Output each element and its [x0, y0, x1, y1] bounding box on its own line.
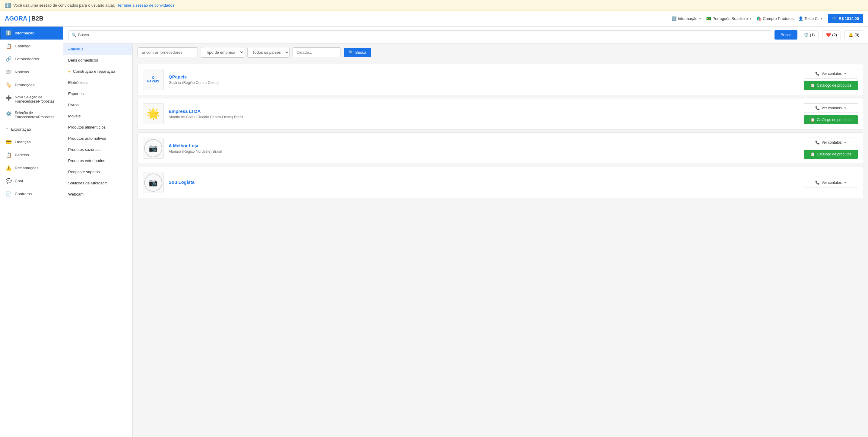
- supplier-search-input[interactable]: [137, 48, 198, 57]
- sidebar-item-pedidos[interactable]: 📋 Pedidos: [0, 148, 63, 162]
- sidebar-item-reclamacoes[interactable]: ⚠️ Reclamações: [0, 162, 63, 174]
- sidebar-item-promocoes[interactable]: 🏷️ Promoções: [0, 79, 63, 91]
- category-label: Soluções de Microsoft: [68, 181, 107, 185]
- category-webcam[interactable]: Webcam: [63, 188, 132, 200]
- sidebar-item-financas[interactable]: 💳 Finanças: [0, 136, 63, 148]
- supplier-card: QPAPÉIS QPapeis Goiânia (Região Centro-O…: [137, 64, 863, 95]
- category-solucoes-microsoft[interactable]: Soluções de Microsoft: [63, 177, 132, 188]
- category-label: Produtos veterinários: [68, 158, 105, 163]
- category-eletronicos[interactable]: Eletrônicos: [63, 77, 132, 88]
- promo-icon: 🏷️: [6, 82, 12, 88]
- category-label: Webcam: [68, 192, 84, 197]
- bullet-icon: ●: [68, 69, 70, 74]
- sidebar-item-informacao[interactable]: ℹ️ Informação: [0, 27, 63, 39]
- category-esportes[interactable]: Esportes: [63, 88, 132, 99]
- category-produtos-sazonais[interactable]: Produtos sazonais: [63, 144, 132, 155]
- info-icon: ℹ️: [5, 2, 11, 8]
- end-session-link[interactable]: Termine a sessão de convidados: [117, 3, 174, 7]
- catalog-button[interactable]: 📋 Catálogo de produtos: [804, 115, 858, 124]
- notifications-button[interactable]: 🔔 (0): [844, 30, 863, 39]
- catalog-icon: 📋: [810, 118, 815, 122]
- catalog-label: Catálogo de produtos: [817, 152, 851, 156]
- header-language[interactable]: 🇧🇷 Português Brasileiro ▼: [706, 16, 752, 21]
- info-icon: ℹ️: [6, 30, 12, 36]
- header-right: ℹ️ Informação ▼ 🇧🇷 Português Brasileiro …: [672, 14, 863, 23]
- flag-icon: 🇧🇷: [706, 16, 711, 21]
- cart-button[interactable]: 🛒 R$ 1814.00: [828, 14, 863, 23]
- header-user[interactable]: 👤 Teste C. ▼: [798, 16, 823, 21]
- sidebar-item-label: Fornecedores: [15, 57, 39, 61]
- phone-icon: 📞: [815, 106, 820, 110]
- header-compro[interactable]: 🛍️ Compro Produtos: [757, 16, 794, 21]
- favorites-button[interactable]: ❤️ (2): [822, 30, 841, 39]
- sidebar-item-nova-selecao[interactable]: ➕ Nova Seleção de Fornecedores/Propostas: [0, 91, 63, 107]
- category-produtos-automotivos[interactable]: Produtos automotivos: [63, 133, 132, 144]
- sidebar-item-chat[interactable]: 💬 Chat: [0, 174, 63, 187]
- sidebar-item-label: Nova Seleção de Fornecedores/Propostas: [15, 95, 58, 104]
- sidebar-item-fornecedores[interactable]: 🔗 Fornecedores: [0, 53, 63, 65]
- compare-button[interactable]: ⚖️ (1): [800, 30, 818, 39]
- finance-icon: 💳: [6, 139, 12, 145]
- sidebar-item-label: Seleção de Fornecedores/Propostas: [15, 111, 58, 119]
- category-roupas-sapatos[interactable]: Roupas e sapatos: [63, 166, 132, 177]
- supplier-name[interactable]: A Melhor Loja: [168, 143, 799, 148]
- supplier-name[interactable]: QPapeis: [168, 74, 799, 79]
- chevron-down-icon: ▼: [749, 17, 752, 20]
- heart-icon: ❤️: [826, 33, 831, 37]
- cart-icon: 🛒: [832, 16, 837, 21]
- supplier-name[interactable]: Empresa LTDA: [168, 109, 799, 114]
- catalog-button[interactable]: 📋 Catálogo de produtos: [804, 150, 858, 159]
- supplier-location: Goiânia (Região Centro-Oeste): [168, 81, 799, 85]
- logo: AGORA | B2B: [5, 15, 43, 22]
- category-livros[interactable]: Livros: [63, 99, 132, 111]
- search-input[interactable]: [78, 33, 769, 37]
- city-input[interactable]: [292, 48, 341, 57]
- search-input-wrap[interactable]: 🔍: [68, 30, 772, 39]
- contact-button[interactable]: 📞 Ver contatos ▼: [804, 103, 858, 113]
- category-construcao[interactable]: ● Construção e reparação: [63, 66, 132, 77]
- category-label: Construção e reparação: [73, 69, 115, 74]
- supplier-logo: 📷: [143, 138, 164, 159]
- sidebar-item-selecao[interactable]: ⚙️ Seleção de Fornecedores/Propostas: [0, 107, 63, 123]
- category-bens-domesticos[interactable]: Bens domésticos: [63, 55, 132, 66]
- chevron-down-icon: ▼: [699, 17, 702, 20]
- sidebar-item-label: Reclamações: [15, 166, 39, 170]
- supplier-logo: 🌟: [143, 103, 164, 124]
- header-informacao[interactable]: ℹ️ Informação ▼: [672, 16, 702, 21]
- sidebar-item-noticias[interactable]: 📰 Notícias: [0, 65, 63, 79]
- no-image-placeholder: 📷: [144, 139, 162, 157]
- contact-button[interactable]: 📞 Ver contatos ▼: [804, 69, 858, 79]
- category-label: Produtos automotivos: [68, 136, 106, 141]
- search-button[interactable]: Busca: [775, 30, 798, 39]
- compare-count: (1): [810, 33, 815, 37]
- filter-search-button[interactable]: 🔍 Busca: [344, 48, 371, 57]
- sidebar-item-catalogo[interactable]: 📋 Catálogo: [0, 39, 63, 53]
- supplier-actions: 📞 Ver contatos ▼ 📋 Catálogo de produtos: [804, 138, 858, 159]
- sidebar-item-label: Informação: [15, 31, 34, 35]
- category-antivirus[interactable]: Antivírus: [63, 43, 132, 55]
- category-moveis[interactable]: Móveis: [63, 111, 132, 122]
- supplier-logo: QPAPÉIS: [143, 69, 164, 90]
- supplier-info: Empresa LTDA Abadia de Goiás (Região Cen…: [168, 109, 799, 119]
- supplier-info: QPapeis Goiânia (Região Centro-Oeste): [168, 74, 799, 85]
- sidebar-item-label: Notícias: [15, 70, 29, 74]
- sidebar-item-contratos[interactable]: 📄 Contratos: [0, 187, 63, 200]
- catalog-icon: 📋: [6, 43, 12, 49]
- category-produtos-veterinarios[interactable]: Produtos veterinários: [63, 155, 132, 166]
- category-produtos-alimenticios[interactable]: Produtos alimentícios: [63, 122, 132, 133]
- catalog-button[interactable]: 📋 Catálogo de produtos: [804, 81, 858, 90]
- supplier-logo: 📷: [143, 172, 164, 193]
- supplier-name[interactable]: Sou Logista: [168, 180, 799, 185]
- contact-button[interactable]: 📞 Ver contatos ▼: [804, 178, 858, 187]
- category-label: Livros: [68, 103, 79, 107]
- search-icon: 🔍: [71, 33, 76, 37]
- phone-icon: 📞: [815, 140, 820, 145]
- catalog-icon: 📋: [810, 83, 815, 88]
- country-select[interactable]: Todos os países: [247, 47, 289, 58]
- sidebar-item-exportacao[interactable]: ↑ Exportação: [0, 123, 63, 136]
- company-type-select[interactable]: Tipo de empresa: [201, 47, 244, 58]
- contact-button[interactable]: 📞 Ver contatos ▼: [804, 138, 858, 147]
- sub-content: Antivírus Bens domésticos ● Construção e…: [63, 43, 868, 437]
- logo-separator: |: [28, 15, 30, 22]
- no-image-placeholder: 📷: [144, 174, 162, 192]
